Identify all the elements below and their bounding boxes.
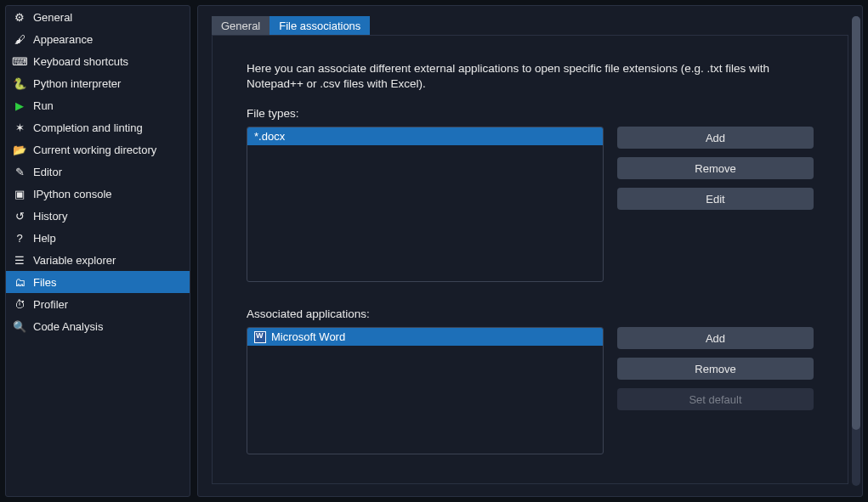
sidebar-item-general-icon: ⚙︎ [13,10,26,24]
assoc-app-item-label: Microsoft Word [271,330,345,343]
assoc-apps-list[interactable]: Microsoft Word [247,327,604,454]
sidebar-item-label: Completion and linting [33,121,143,134]
sidebar-item-editor[interactable]: ✎Editor [6,161,190,183]
assoc-apps-remove-button[interactable]: Remove [617,358,814,380]
sidebar-item-appearance-icon: 🖌 [13,32,26,46]
sidebar-item-history-icon: ↺ [13,209,26,223]
sidebar-item-keyboard-shortcuts-icon: ⌨ [13,54,26,68]
sidebar-item-python-interpreter-icon: 🐍 [13,76,26,90]
sidebar-item-appearance[interactable]: 🖌Appearance [6,28,190,50]
sidebar-item-help[interactable]: ?Help [6,227,190,249]
sidebar-item-run[interactable]: ▶Run [6,94,190,116]
tab-general[interactable]: General [212,16,269,35]
sidebar-item-label: Python interpreter [33,77,121,90]
file-types-list[interactable]: *.docx [247,127,604,282]
sidebar-item-history[interactable]: ↺History [6,205,190,227]
assoc-apps-set-default-button[interactable]: Set default [617,388,814,410]
scrollbar[interactable] [852,16,860,486]
sidebar-item-run-icon: ▶ [13,99,26,112]
sidebar-item-cwd[interactable]: 📂Current working directory [6,138,190,161]
sidebar-item-variable-explorer-icon: ☰ [13,253,26,267]
sidebar-item-label: Appearance [33,33,93,46]
sidebar-item-code-analysis-icon: 🔍 [13,319,26,333]
sidebar-item-ipython-console-icon: ▣ [13,187,26,200]
main-panel: General File associations Here you can a… [197,5,863,497]
scrollbar-thumb[interactable] [852,16,860,430]
sidebar-item-label: IPython console [33,188,112,200]
sidebar-item-label: Variable explorer [33,254,116,267]
sidebar-item-code-analysis[interactable]: 🔍Code Analysis [6,315,190,337]
tab-row: General File associations [198,16,862,35]
sidebar-item-label: Run [33,99,54,112]
sidebar-item-label: Files [33,276,56,289]
sidebar-item-general[interactable]: ⚙︎General [6,6,190,28]
assoc-apps-label: Associated applications: [247,307,814,320]
sidebar-item-profiler-icon: ⏱ [13,297,26,311]
sidebar-item-help-icon: ? [13,231,26,245]
file-types-label: File types: [247,107,814,120]
file-associations-pane: Here you can associate different externa… [212,35,848,484]
sidebar-item-cwd-icon: 📂 [13,143,26,156]
sidebar-item-label: Code Analysis [33,320,103,333]
sidebar: ⚙︎General🖌Appearance⌨Keyboard shortcuts🐍… [5,5,190,497]
sidebar-item-label: Editor [33,166,62,178]
sidebar-item-files[interactable]: 🗂Files [6,271,190,293]
word-icon [254,331,266,343]
sidebar-item-label: Help [33,232,56,245]
sidebar-item-ipython-console[interactable]: ▣IPython console [6,183,190,205]
assoc-app-item[interactable]: Microsoft Word [247,328,603,346]
sidebar-item-profiler[interactable]: ⏱Profiler [6,293,190,315]
tab-file-associations[interactable]: File associations [269,16,370,35]
assoc-apps-add-button[interactable]: Add [617,327,814,349]
sidebar-item-completion-linting[interactable]: ✶Completion and linting [6,116,190,138]
sidebar-item-label: Current working directory [33,144,156,156]
sidebar-item-label: Profiler [33,298,68,311]
sidebar-item-label: History [33,210,67,223]
file-types-edit-button[interactable]: Edit [617,188,814,210]
sidebar-item-completion-linting-icon: ✶ [13,121,26,134]
file-types-add-button[interactable]: Add [617,127,814,149]
sidebar-item-python-interpreter[interactable]: 🐍Python interpreter [6,72,190,94]
intro-text: Here you can associate different externa… [247,61,814,92]
sidebar-item-files-icon: 🗂 [13,275,26,289]
file-type-item[interactable]: *.docx [247,127,603,145]
sidebar-item-editor-icon: ✎ [13,165,26,178]
sidebar-item-label: Keyboard shortcuts [33,55,128,68]
sidebar-item-label: General [33,11,72,24]
file-types-remove-button[interactable]: Remove [617,157,814,179]
sidebar-item-keyboard-shortcuts[interactable]: ⌨Keyboard shortcuts [6,50,190,72]
sidebar-item-variable-explorer[interactable]: ☰Variable explorer [6,249,190,271]
